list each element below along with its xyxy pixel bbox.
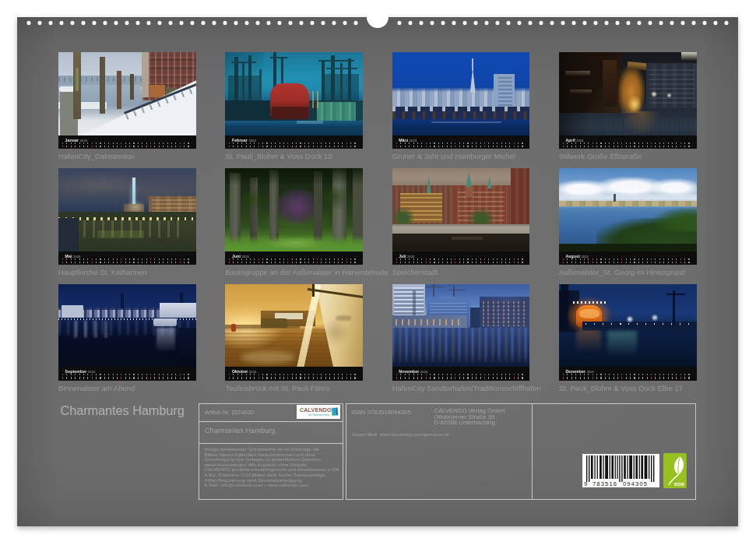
svg-text:783516: 783516	[592, 480, 617, 487]
svg-text:094305: 094305	[623, 480, 648, 487]
svg-text:9: 9	[584, 480, 587, 487]
svg-text:eco: eco	[674, 480, 684, 487]
